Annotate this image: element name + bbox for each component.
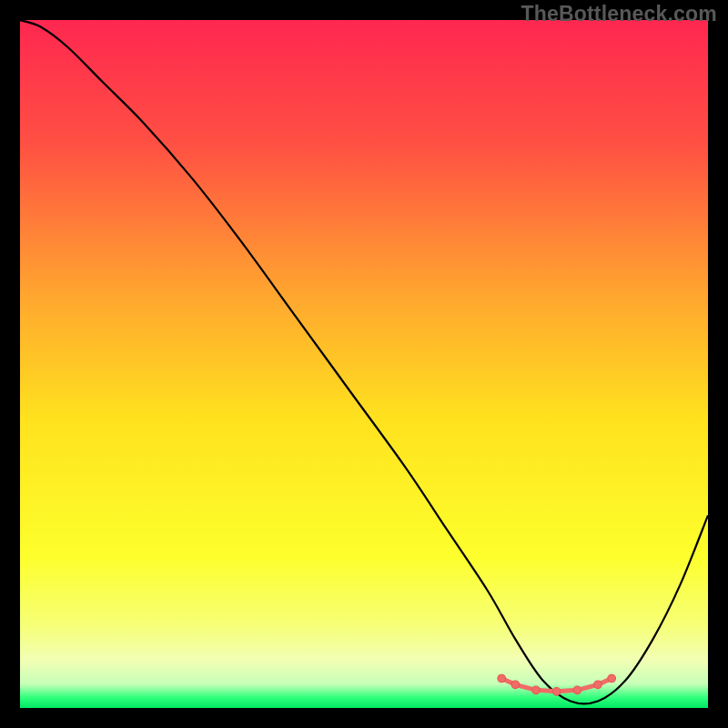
plot-background	[20, 20, 708, 708]
chart-container: TheBottleneck.com	[0, 0, 728, 728]
trough-dot	[573, 686, 581, 694]
watermark-text: TheBottleneck.com	[521, 2, 717, 26]
trough-dot	[511, 681, 520, 689]
trough-dot	[532, 686, 541, 694]
trough-dot	[552, 688, 561, 696]
trough-dot	[594, 681, 602, 689]
trough-dot	[608, 674, 616, 682]
trough-dot	[498, 674, 506, 682]
chart-svg	[20, 20, 708, 708]
